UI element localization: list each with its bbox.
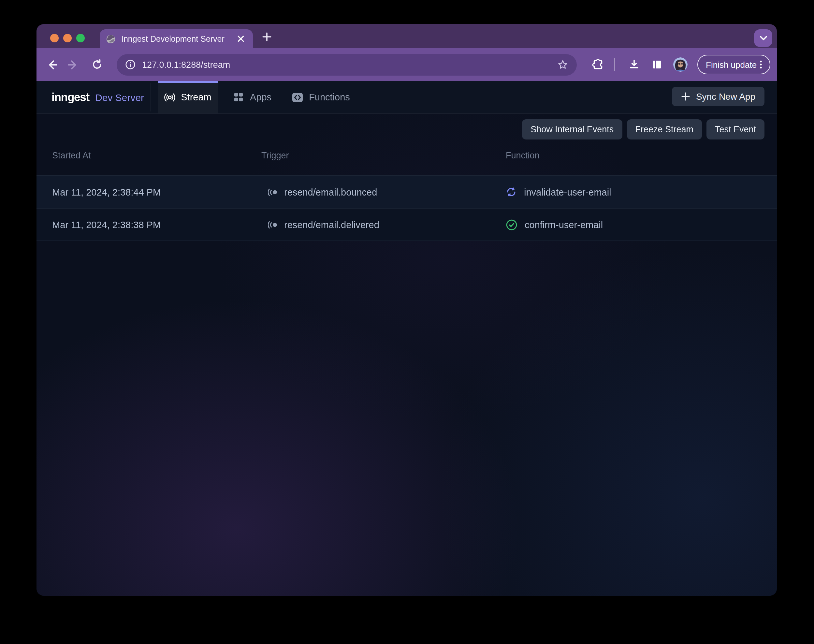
stream-actions: Show Internal Events Freeze Stream Test … xyxy=(522,119,765,140)
bookmark-star-icon[interactable] xyxy=(557,59,568,70)
url-text: 127.0.0.1:8288/stream xyxy=(142,60,557,69)
column-function: Function xyxy=(506,150,540,160)
function-cell: confirm-user-email xyxy=(506,209,603,241)
close-window-button[interactable] xyxy=(50,34,58,42)
tab-apps[interactable]: Apps xyxy=(227,81,278,113)
address-bar[interactable]: 127.0.0.1:8288/stream xyxy=(117,54,577,75)
nav-divider xyxy=(150,83,151,112)
apps-icon xyxy=(234,92,244,102)
back-button[interactable] xyxy=(46,58,59,71)
dev-server-label: Dev Server xyxy=(95,92,144,103)
stream-page: Show Internal Events Freeze Stream Test … xyxy=(37,114,777,596)
tab-apps-label: Apps xyxy=(250,92,271,102)
function-cell: invalidate-user-email xyxy=(506,176,611,208)
trigger-cell: resend/email.bounced xyxy=(261,176,377,208)
browser-toolbar: 127.0.0.1:8288/stream Finish update xyxy=(37,48,777,81)
column-started-at: Started At xyxy=(52,150,91,160)
stream-rows: Mar 11, 2024, 2:38:44 PM resend/email.bo… xyxy=(37,175,777,241)
new-tab-button[interactable] xyxy=(258,28,275,45)
brand: inngest Dev Server xyxy=(52,81,144,113)
app-nav: inngest Dev Server Stream Apps xyxy=(37,81,777,114)
downloads-icon[interactable] xyxy=(628,58,641,71)
plus-icon xyxy=(681,92,690,101)
test-event-button[interactable]: Test Event xyxy=(707,119,765,140)
toolbar-divider xyxy=(614,58,615,71)
browser-window: Inngest Development Server xyxy=(37,24,777,596)
trigger-name: resend/email.bounced xyxy=(284,187,377,197)
column-trigger: Trigger xyxy=(261,150,289,160)
tab-favicon-icon xyxy=(106,34,115,43)
function-name: confirm-user-email xyxy=(525,219,603,230)
function-name: invalidate-user-email xyxy=(524,187,611,197)
site-info-icon[interactable] xyxy=(125,59,136,70)
functions-icon xyxy=(292,92,303,102)
tab-stream-label: Stream xyxy=(181,92,212,102)
trigger-cell: resend/email.delivered xyxy=(261,209,379,241)
browser-tab[interactable]: Inngest Development Server xyxy=(100,29,253,48)
tab-close-icon[interactable] xyxy=(235,33,246,44)
function-running-icon xyxy=(506,186,517,198)
extensions-icon[interactable] xyxy=(591,58,604,71)
function-completed-icon xyxy=(506,219,517,230)
side-panel-icon[interactable] xyxy=(650,58,664,71)
window-controls xyxy=(50,34,84,42)
tab-functions[interactable]: Functions xyxy=(287,81,355,113)
event-trigger-icon xyxy=(268,187,278,196)
tab-title: Inngest Development Server xyxy=(121,34,235,43)
sync-new-app-label: Sync New App xyxy=(696,91,755,102)
tab-strip: Inngest Development Server xyxy=(37,24,777,48)
finish-update-label: Finish update xyxy=(706,60,757,69)
table-row[interactable]: Mar 11, 2024, 2:38:44 PM resend/email.bo… xyxy=(37,175,777,208)
reload-button[interactable] xyxy=(90,58,104,71)
browser-menu-icon[interactable] xyxy=(757,59,765,70)
minimize-window-button[interactable] xyxy=(63,34,71,42)
inngest-logo: inngest xyxy=(52,90,89,104)
finish-update-button[interactable]: Finish update xyxy=(697,55,770,74)
tab-search-button[interactable] xyxy=(754,29,772,47)
sync-new-app-button[interactable]: Sync New App xyxy=(672,87,765,106)
freeze-stream-button[interactable]: Freeze Stream xyxy=(627,119,702,140)
trigger-name: resend/email.delivered xyxy=(284,219,379,230)
started-at-cell: Mar 11, 2024, 2:38:38 PM xyxy=(52,209,161,241)
tab-functions-label: Functions xyxy=(309,92,350,102)
event-trigger-icon xyxy=(268,220,278,229)
zoom-window-button[interactable] xyxy=(76,34,84,42)
table-header: Started At Trigger Function xyxy=(37,150,777,169)
started-at-cell: Mar 11, 2024, 2:38:44 PM xyxy=(52,176,161,208)
stream-icon xyxy=(164,92,175,103)
tab-stream[interactable]: Stream xyxy=(158,81,218,113)
show-internal-events-button[interactable]: Show Internal Events xyxy=(522,119,622,140)
forward-button[interactable] xyxy=(66,58,79,71)
table-row[interactable]: Mar 11, 2024, 2:38:38 PM resend/email.de… xyxy=(37,208,777,241)
screen: Inngest Development Server xyxy=(0,0,814,644)
profile-avatar[interactable] xyxy=(673,57,688,72)
